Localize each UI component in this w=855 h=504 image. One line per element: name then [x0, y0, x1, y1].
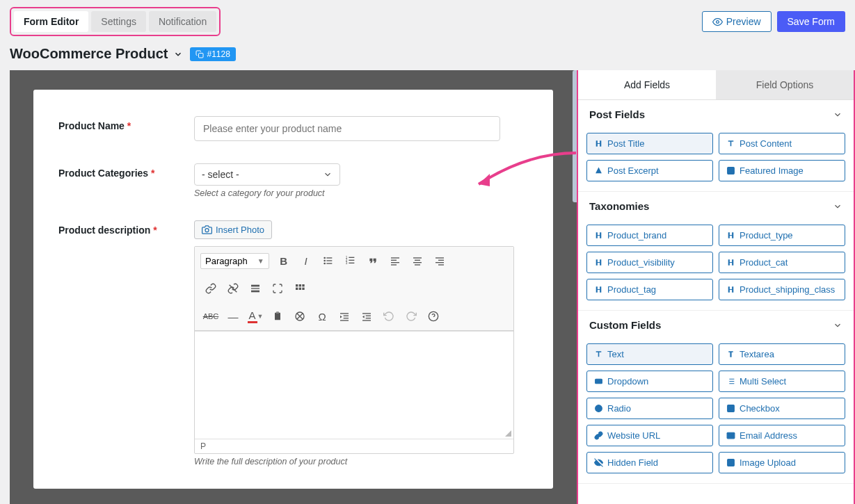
editor-body[interactable] [195, 331, 513, 439]
help-button[interactable] [423, 307, 444, 326]
svg-rect-1 [199, 53, 204, 58]
field-text[interactable]: Text [586, 343, 713, 365]
field-website-url[interactable]: Website URL [586, 425, 713, 446]
preview-button[interactable]: Preview [702, 11, 772, 32]
svg-rect-12 [349, 260, 354, 261]
svg-rect-40 [340, 313, 349, 314]
svg-marker-49 [362, 316, 365, 318]
paste-text-button[interactable] [267, 307, 288, 326]
svg-rect-34 [296, 288, 298, 290]
field-product-type[interactable]: Product_type [719, 225, 845, 246]
hr-button[interactable]: — [223, 307, 243, 326]
section-taxonomies[interactable]: Taxonomies [578, 192, 854, 220]
save-form-button[interactable]: Save Form [777, 11, 845, 32]
undo-button[interactable] [378, 307, 399, 326]
bullet-list-button[interactable] [318, 251, 339, 270]
svg-rect-30 [251, 291, 259, 293]
product-categories-label: Product Categories * [58, 163, 194, 198]
italic-button[interactable]: I [296, 251, 317, 270]
strikethrough-button[interactable]: ABC [200, 307, 221, 326]
quote-button[interactable] [362, 251, 383, 270]
svg-point-3 [323, 257, 326, 259]
numbered-list-button[interactable]: 123 [340, 251, 361, 270]
field-product-brand[interactable]: Product_brand [586, 225, 713, 246]
text-color-button[interactable]: A▼ [245, 307, 266, 326]
field-email-address[interactable]: Email Address [719, 425, 845, 446]
clear-formatting-button[interactable] [289, 307, 310, 326]
fields-sidebar: Add Fields Field Options Post Fields Pos… [577, 70, 855, 504]
tab-field-options[interactable]: Field Options [716, 70, 854, 99]
tab-add-fields[interactable]: Add Fields [578, 70, 716, 99]
field-post-excerpt[interactable]: Post Excerpt [586, 160, 713, 181]
chevron-down-icon [173, 49, 183, 59]
indent-button[interactable] [356, 307, 377, 326]
redo-button[interactable] [401, 307, 422, 326]
rich-text-editor: Paragraph▼ B I 123 [194, 246, 514, 454]
svg-rect-26 [438, 264, 444, 265]
camera-icon [202, 225, 212, 235]
svg-rect-33 [302, 284, 304, 286]
svg-rect-21 [413, 262, 422, 263]
field-product-cat[interactable]: Product_cat [719, 252, 845, 273]
insert-photo-button[interactable]: Insert Photo [194, 220, 272, 239]
svg-point-5 [323, 260, 326, 262]
form-id-badge[interactable]: #1128 [190, 47, 235, 61]
main-tabs: Form Editor Settings Notification [10, 7, 221, 36]
field-textarea[interactable]: Textarea [719, 343, 845, 365]
align-left-button[interactable] [385, 251, 406, 270]
field-post-content[interactable]: Post Content [719, 133, 845, 154]
svg-point-53 [729, 169, 730, 170]
read-more-button[interactable] [245, 279, 266, 298]
field-multi-select[interactable]: Multi Select [719, 371, 845, 392]
svg-rect-24 [438, 260, 444, 261]
svg-rect-36 [302, 288, 304, 290]
svg-rect-42 [344, 318, 349, 318]
link-button[interactable] [200, 279, 221, 298]
eye-icon [712, 17, 723, 27]
svg-rect-47 [366, 318, 371, 318]
form-title[interactable]: WooCommerce Product [10, 46, 183, 62]
field-featured-image[interactable]: Featured Image [719, 160, 845, 181]
toolbar-toggle-button[interactable] [289, 279, 310, 298]
field-product-tag[interactable]: Product_tag [586, 279, 713, 300]
resize-handle-icon[interactable] [505, 430, 511, 437]
chevron-down-icon [833, 110, 842, 120]
tab-form-editor[interactable]: Form Editor [14, 11, 88, 32]
svg-rect-22 [415, 264, 420, 265]
field-dropdown[interactable]: Dropdown [586, 371, 713, 392]
special-char-button[interactable]: Ω [312, 307, 333, 326]
align-center-button[interactable] [407, 251, 428, 270]
section-custom-fields[interactable]: Custom Fields [578, 311, 854, 339]
fullscreen-button[interactable] [267, 279, 288, 298]
svg-rect-14 [349, 263, 354, 263]
field-radio[interactable]: Radio [586, 398, 713, 419]
align-right-button[interactable] [429, 251, 450, 270]
svg-rect-28 [251, 285, 259, 287]
outdent-button[interactable] [334, 307, 355, 326]
field-product-visibility[interactable]: Product_visibility [586, 252, 713, 273]
svg-rect-45 [362, 313, 371, 314]
svg-rect-25 [436, 262, 444, 263]
section-post-fields[interactable]: Post Fields [578, 100, 854, 129]
field-hidden-field[interactable]: Hidden Field [586, 452, 713, 473]
tab-notification[interactable]: Notification [149, 11, 216, 32]
product-categories-select[interactable]: - select - [194, 163, 340, 186]
svg-marker-44 [340, 316, 342, 318]
svg-rect-20 [415, 260, 420, 261]
tab-settings[interactable]: Settings [91, 11, 146, 32]
svg-rect-29 [251, 288, 259, 288]
field-image-upload[interactable]: Image Upload [719, 452, 845, 473]
svg-rect-46 [366, 316, 371, 316]
product-name-input[interactable] [194, 116, 500, 141]
field-checkbox[interactable]: Checkbox [719, 398, 845, 419]
svg-rect-35 [299, 288, 301, 290]
format-select[interactable]: Paragraph▼ [200, 253, 269, 269]
unlink-button[interactable] [223, 279, 243, 298]
svg-rect-8 [326, 263, 332, 263]
svg-rect-31 [296, 284, 298, 286]
field-post-title[interactable]: Post Title [586, 133, 713, 154]
svg-rect-32 [299, 284, 301, 286]
bold-button[interactable]: B [273, 251, 294, 270]
field-product-shipping-class[interactable]: Product_shipping_class [719, 279, 845, 300]
svg-rect-19 [413, 257, 422, 258]
